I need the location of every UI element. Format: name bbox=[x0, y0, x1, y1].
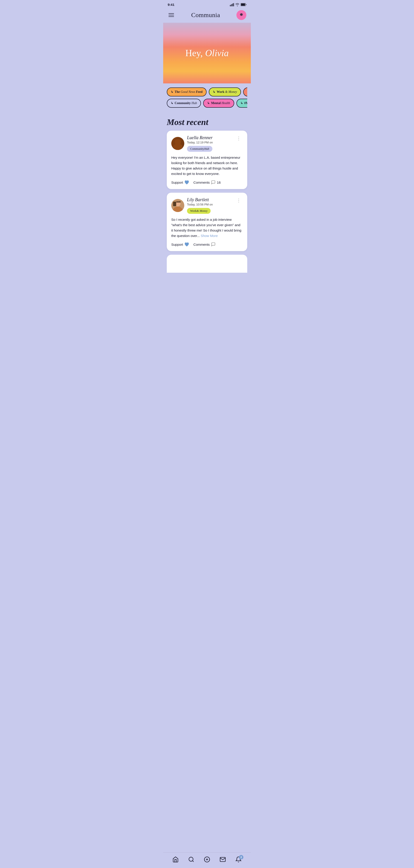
heart-icon-2 bbox=[185, 242, 189, 246]
post-footer-2: Support Comments bbox=[171, 242, 243, 247]
svg-point-8 bbox=[175, 138, 181, 144]
svg-line-18 bbox=[192, 861, 193, 862]
svg-point-10 bbox=[175, 139, 180, 144]
menu-button[interactable] bbox=[168, 12, 175, 18]
comment-icon-1 bbox=[211, 180, 216, 185]
pill-mental-health[interactable]: ↳ Mental Health bbox=[203, 99, 234, 108]
post-header-2: Lily Bartlett Today, 10:56 PM on Work & … bbox=[171, 197, 243, 214]
status-bar: 9:41 bbox=[163, 0, 251, 8]
comment-icon-2 bbox=[211, 242, 216, 247]
app-title: Communia bbox=[191, 11, 220, 19]
post-more-options-1[interactable]: ⋮ bbox=[235, 135, 243, 142]
messages-icon bbox=[220, 856, 226, 863]
partial-post-card bbox=[167, 255, 247, 273]
post-author-name-1: Luella Renner bbox=[187, 135, 213, 140]
post-channel-1: Community Hub bbox=[187, 146, 213, 152]
most-recent-section: Most recent Luella Renner Today, 12:19 P… bbox=[163, 113, 251, 293]
pill-good-news[interactable]: ↳ The Good News Feed bbox=[167, 88, 206, 96]
post-body-1: Hey everyone! I'm an L.A. based entrepre… bbox=[171, 155, 243, 177]
comments-button-2[interactable]: Comments bbox=[193, 242, 216, 247]
svg-rect-1 bbox=[231, 4, 232, 6]
search-icon bbox=[188, 856, 194, 863]
post-card-1: Luella Renner Today, 12:19 PM on Communi… bbox=[167, 131, 247, 189]
post-timestamp-2: Today, 10:56 PM on bbox=[187, 203, 213, 206]
svg-rect-15 bbox=[173, 202, 176, 206]
pill-work-money[interactable]: ↳ Work & Money bbox=[209, 88, 241, 96]
post-card-2: Lily Bartlett Today, 10:56 PM on Work & … bbox=[167, 193, 247, 251]
post-meta-1: Luella Renner Today, 12:19 PM on Communi… bbox=[187, 135, 213, 152]
svg-rect-6 bbox=[241, 4, 245, 6]
home-icon bbox=[172, 856, 179, 863]
support-button-1[interactable]: Support bbox=[171, 180, 189, 184]
hero-banner: Hey, Olivia bbox=[163, 23, 251, 84]
post-header-1: Luella Renner Today, 12:19 PM on Communi… bbox=[171, 135, 243, 152]
status-icons bbox=[230, 3, 246, 6]
svg-rect-2 bbox=[232, 4, 233, 6]
nav-search-button[interactable] bbox=[185, 856, 197, 864]
pill-sex-rel[interactable]: ↳ Sex & Rela bbox=[243, 88, 247, 96]
profile-button[interactable] bbox=[236, 10, 246, 20]
post-timestamp-1: Today, 12:19 PM on bbox=[187, 141, 213, 144]
svg-point-7 bbox=[241, 14, 242, 15]
svg-point-17 bbox=[189, 857, 193, 862]
svg-point-9 bbox=[173, 144, 183, 150]
battery-icon bbox=[241, 3, 246, 6]
nav-messages-button[interactable] bbox=[217, 856, 229, 864]
categories-section: ↳ The Good News Feed ↳ Work & Money ↳ Se… bbox=[163, 84, 251, 113]
post-meta-2: Lily Bartlett Today, 10:56 PM on Work & … bbox=[187, 197, 213, 214]
pill-community-hub[interactable]: ↳ Community Hub bbox=[167, 99, 201, 108]
post-author-info-2: Lily Bartlett Today, 10:56 PM on Work & … bbox=[171, 197, 213, 214]
post-footer-1: Support Comments 16 bbox=[171, 180, 243, 185]
svg-point-11 bbox=[176, 139, 180, 143]
post-channel-2: Work & Money bbox=[187, 208, 211, 214]
status-time: 9:41 bbox=[168, 3, 174, 6]
post-body-2: So I recently got asked in a job intervi… bbox=[171, 217, 243, 239]
svg-rect-3 bbox=[233, 3, 234, 6]
most-recent-title: Most recent bbox=[167, 117, 247, 127]
star-icon bbox=[239, 12, 244, 18]
categories-row-2: ↳ Community Hub ↳ Mental Health ↳ #MeToo… bbox=[167, 99, 247, 108]
nav-home-button[interactable] bbox=[170, 856, 181, 864]
post-author-name-2: Lily Bartlett bbox=[187, 197, 213, 202]
post-more-options-2[interactable]: ⋮ bbox=[235, 197, 243, 204]
signal-icon bbox=[230, 3, 234, 6]
nav-add-button[interactable] bbox=[201, 856, 213, 864]
support-button-2[interactable]: Support bbox=[171, 242, 189, 246]
bottom-nav: 2 bbox=[163, 852, 251, 868]
heart-icon-1 bbox=[185, 180, 189, 184]
comments-button-1[interactable]: Comments 16 bbox=[193, 180, 221, 185]
show-more-link[interactable]: Show More bbox=[201, 234, 218, 238]
svg-rect-0 bbox=[230, 5, 231, 6]
categories-row-1: ↳ The Good News Feed ↳ Work & Money ↳ Se… bbox=[167, 88, 247, 96]
hero-greeting: Hey, Olivia bbox=[185, 48, 229, 58]
nav-notifications-button[interactable]: 2 bbox=[233, 856, 244, 864]
svg-rect-16 bbox=[176, 201, 181, 203]
wifi-icon bbox=[235, 3, 240, 6]
pill-metoo[interactable]: ↳ #MeToo bbox=[236, 99, 247, 108]
avatar-luella bbox=[171, 137, 184, 150]
post-author-info-1: Luella Renner Today, 12:19 PM on Communi… bbox=[171, 135, 213, 152]
notification-badge: 2 bbox=[239, 855, 244, 860]
app-header: Communia bbox=[163, 8, 251, 23]
add-icon bbox=[204, 856, 210, 863]
avatar-lily bbox=[171, 199, 184, 212]
